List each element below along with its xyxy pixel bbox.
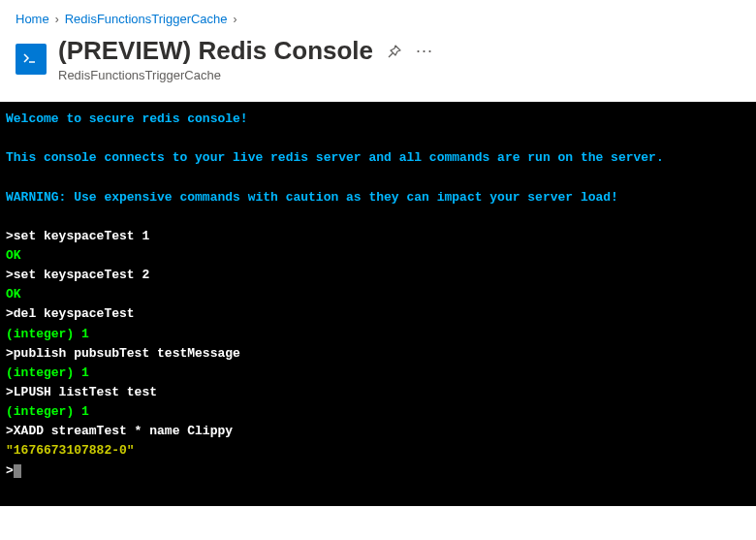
console-command: >publish pubsubTest testMessage (6, 344, 750, 364)
cursor-icon (14, 464, 21, 478)
console-response-int: (integer) 1 (6, 325, 750, 344)
console-command: >set keyspaceTest 1 (6, 227, 750, 246)
console-welcome: Welcome to secure redis console! (6, 110, 750, 129)
console-command: >del keyspaceTest (6, 304, 750, 324)
console-response-ok: OK (6, 285, 750, 304)
chevron-right-icon: › (53, 13, 61, 26)
console-command: >XADD streamTest * name Clippy (6, 422, 750, 441)
page-title: (PREVIEW) Redis Console (58, 36, 373, 66)
console-command: >LPUSH listTest test (6, 383, 750, 402)
console-icon (16, 44, 47, 75)
redis-console[interactable]: Welcome to secure redis console!This con… (0, 102, 756, 506)
svg-rect-0 (21, 49, 41, 69)
breadcrumb-home[interactable]: Home (16, 12, 49, 26)
chevron-right-icon: › (232, 13, 239, 26)
subtitle: RedisFunctionsTriggerCache (58, 68, 433, 82)
more-icon[interactable]: ··· (416, 41, 433, 61)
header-area: Home › RedisFunctionsTriggerCache › (PRE… (0, 0, 756, 102)
console-prompt[interactable]: > (6, 461, 750, 481)
title-row: (PREVIEW) Redis Console ··· RedisFunctio… (16, 36, 740, 82)
console-response-int: (integer) 1 (6, 402, 750, 422)
blank (6, 207, 750, 227)
console-warning: WARNING: Use expensive commands with cau… (6, 188, 750, 207)
blank (6, 168, 750, 187)
console-response-str: "1676673107882-0" (6, 441, 750, 461)
breadcrumb-resource[interactable]: RedisFunctionsTriggerCache (65, 12, 228, 26)
console-command: >set keyspaceTest 2 (6, 266, 750, 285)
blank (6, 129, 750, 148)
console-response-ok: OK (6, 246, 750, 266)
console-info: This console connects to your live redis… (6, 148, 750, 168)
console-response-int: (integer) 1 (6, 364, 750, 383)
breadcrumb: Home › RedisFunctionsTriggerCache › (16, 12, 740, 26)
pin-icon[interactable] (387, 44, 402, 59)
